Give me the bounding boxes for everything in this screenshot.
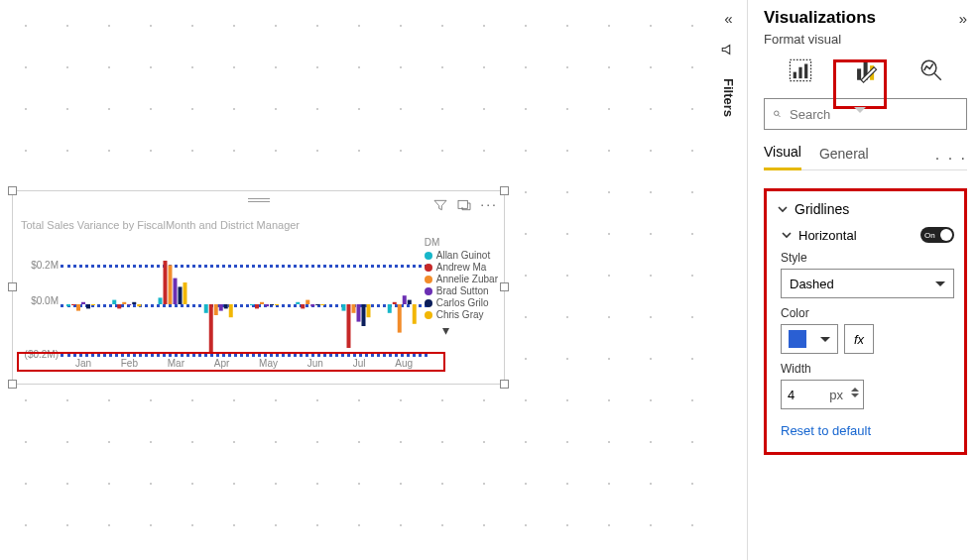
svg-rect-12 (137, 304, 141, 306)
style-dropdown[interactable]: Dashed (781, 269, 954, 298)
chevron-down-icon (777, 203, 789, 215)
chevron-down-icon (820, 337, 830, 347)
tabs-more-icon[interactable]: . . . (935, 146, 967, 169)
svg-rect-39 (352, 304, 356, 313)
svg-rect-30 (275, 304, 279, 305)
pane-title: Visualizations (764, 8, 876, 28)
svg-rect-5 (86, 304, 90, 308)
svg-rect-18 (184, 282, 187, 304)
tab-general[interactable]: General (819, 146, 869, 169)
svg-rect-14 (164, 261, 168, 304)
selected-tab-caret-icon (846, 107, 874, 117)
svg-rect-43 (388, 304, 392, 313)
svg-rect-9 (122, 302, 126, 304)
svg-rect-33 (306, 300, 309, 304)
chart-legend: DM Allan GuinotAndrew MaAnnelie ZubarBra… (425, 237, 498, 338)
svg-rect-51 (798, 67, 801, 78)
svg-rect-3 (76, 304, 80, 311)
svg-rect-28 (265, 304, 269, 306)
svg-rect-46 (403, 295, 407, 304)
resize-handle[interactable] (8, 380, 17, 389)
svg-rect-29 (270, 304, 274, 305)
format-tabs: Visual General . . . (764, 144, 967, 170)
svg-rect-45 (398, 304, 402, 333)
tab-visual[interactable]: Visual (764, 144, 801, 170)
color-label: Color (781, 306, 954, 320)
analytics-icon[interactable] (914, 53, 949, 88)
x-axis-labels: JanFeb MarApr MayJun JulAug (61, 358, 428, 369)
svg-rect-37 (342, 304, 346, 311)
svg-rect-35 (315, 304, 319, 305)
svg-rect-8 (117, 304, 121, 308)
canvas-left-crop (0, 0, 12, 560)
y-axis-labels: $0.2M $0.0M ($0.2M) (19, 251, 59, 358)
resize-handle[interactable] (500, 186, 509, 195)
svg-rect-52 (804, 64, 807, 79)
svg-rect-13 (159, 297, 163, 304)
expand-chevron-icon[interactable]: « (724, 10, 732, 27)
resize-handle[interactable] (500, 282, 509, 291)
svg-rect-48 (413, 304, 417, 324)
chart-title: Total Sales Variance by FiscalMonth and … (21, 219, 300, 231)
svg-rect-10 (127, 304, 131, 305)
search-icon (773, 106, 782, 122)
svg-rect-40 (357, 304, 361, 322)
style-label: Style (781, 251, 954, 265)
svg-rect-19 (204, 304, 208, 313)
resize-handle[interactable] (8, 282, 17, 291)
legend-more-icon[interactable]: ▾ (442, 322, 498, 338)
svg-rect-47 (408, 300, 412, 304)
svg-rect-42 (367, 304, 371, 317)
focus-mode-icon[interactable] (456, 197, 472, 217)
build-visual-icon[interactable] (783, 53, 818, 88)
chart-visual-tile[interactable]: ··· Total Sales Variance by FiscalMonth … (12, 190, 505, 385)
svg-rect-21 (214, 304, 218, 315)
svg-rect-27 (260, 302, 264, 304)
svg-rect-17 (179, 286, 183, 304)
filters-pane-collapsed[interactable]: « Filters (710, 0, 748, 560)
svg-rect-20 (209, 304, 213, 352)
format-icon-highlight-box (833, 59, 887, 109)
chevron-down-icon (935, 281, 945, 291)
svg-rect-16 (174, 279, 178, 304)
svg-rect-0 (458, 200, 467, 208)
horizontal-label[interactable]: Horizontal (798, 228, 857, 243)
gridlines-section: Gridlines Horizontal On Style Dashed Col… (764, 188, 967, 455)
chevron-down-icon (781, 229, 793, 241)
chart-plot-area (61, 251, 428, 358)
announce-icon[interactable] (720, 41, 738, 62)
svg-rect-41 (362, 304, 366, 326)
color-chip (789, 330, 806, 348)
resize-handle[interactable] (8, 186, 17, 195)
svg-rect-25 (250, 304, 254, 305)
width-input[interactable]: 4 px (781, 380, 864, 409)
svg-rect-11 (132, 302, 136, 304)
svg-rect-2 (71, 304, 75, 305)
svg-rect-32 (301, 304, 305, 308)
horizontal-toggle[interactable]: On (920, 227, 954, 243)
svg-rect-31 (296, 302, 300, 304)
pane-subtitle: Format visual (764, 32, 967, 47)
svg-rect-44 (393, 302, 397, 304)
fx-button[interactable]: fx (844, 324, 874, 354)
svg-rect-22 (219, 304, 223, 311)
svg-rect-38 (347, 304, 351, 348)
svg-rect-1 (66, 304, 70, 306)
svg-rect-7 (112, 300, 116, 304)
collapse-chevron-icon[interactable]: » (959, 10, 967, 27)
gridlines-header[interactable]: Gridlines (777, 201, 954, 217)
spinner-up-icon[interactable] (851, 384, 859, 392)
svg-rect-36 (320, 304, 324, 305)
reset-to-default-link[interactable]: Reset to default (781, 423, 954, 438)
filter-icon[interactable] (432, 197, 448, 217)
more-options-icon[interactable]: ··· (480, 197, 498, 217)
svg-rect-34 (310, 304, 314, 306)
color-picker[interactable] (781, 324, 838, 354)
svg-rect-23 (224, 304, 228, 308)
svg-rect-15 (169, 265, 173, 304)
drag-grip-icon[interactable] (248, 196, 270, 204)
svg-rect-4 (81, 302, 85, 304)
resize-handle[interactable] (500, 380, 509, 389)
svg-point-57 (775, 111, 780, 116)
spinner-down-icon[interactable] (851, 393, 859, 401)
